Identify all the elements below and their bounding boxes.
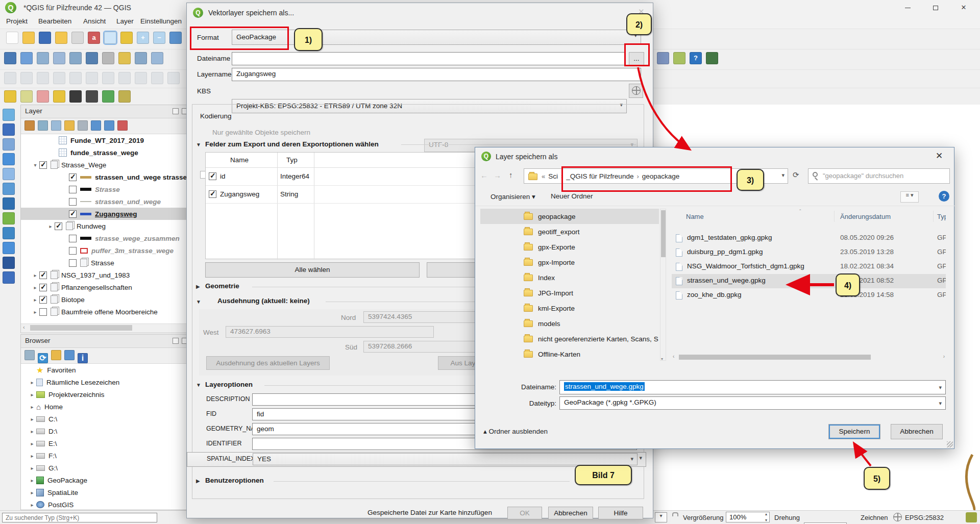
save-project-as-icon[interactable]	[55, 32, 67, 44]
folder-list-item[interactable]: models	[480, 316, 659, 331]
dialog-close-icon[interactable]: ✕	[936, 151, 943, 161]
geometry-section-arrow-icon[interactable]: ▶	[196, 284, 200, 289]
layer-tree-item[interactable]: ▸ Baumfreie offene Moorbereiche	[21, 306, 191, 318]
zoom-in-icon[interactable]: +	[137, 32, 149, 44]
add-vector-layer-icon[interactable]	[20, 52, 33, 64]
visibility-checkbox[interactable]	[69, 186, 77, 193]
organize-menu[interactable]: Organisieren ▾	[491, 192, 535, 201]
crs-status[interactable]: EPSG:25832	[905, 514, 944, 521]
field-export-checkbox[interactable]	[209, 190, 216, 198]
manage-map-themes-icon[interactable]	[51, 120, 61, 131]
add-raster-layer-icon[interactable]	[37, 52, 49, 64]
add-mesh-layer-icon[interactable]	[53, 52, 65, 64]
checker-style-icon[interactable]	[3, 123, 15, 136]
browser-tree-item[interactable]: ▸ G:\	[21, 462, 191, 474]
collapse-all-icon[interactable]	[104, 120, 114, 131]
filter-legend-icon[interactable]	[64, 120, 75, 131]
browser-tree-item[interactable]: ▸ Home	[21, 401, 191, 413]
visibility-checkbox[interactable]	[39, 284, 47, 291]
polygon-tool-icon[interactable]	[3, 183, 15, 195]
coordinate-dropdown-icon[interactable]: ▾	[655, 512, 667, 522]
dropdown-icon[interactable]: ▾	[939, 400, 942, 407]
layer-tree-item[interactable]: funde_strasse_wege	[21, 146, 191, 159]
maximize-button[interactable]	[924, 1, 947, 15]
fields-col-typ[interactable]: Typ	[286, 156, 298, 164]
browser-tree-item[interactable]: Favoriten	[21, 364, 191, 376]
folder-list-item[interactable]: kml-Exporte	[480, 301, 659, 316]
plugin-status-icon[interactable]	[966, 512, 977, 522]
select-pin-icon[interactable]	[53, 90, 65, 103]
field-export-checkbox[interactable]	[209, 172, 216, 180]
quickmap-services-icon[interactable]	[118, 90, 131, 103]
select-by-rectangle-icon[interactable]	[4, 90, 16, 103]
expander-icon[interactable]: ▸	[28, 380, 36, 385]
refresh-map-icon[interactable]	[151, 72, 163, 84]
new-project-icon[interactable]	[6, 32, 18, 44]
expander-icon[interactable]: ▸	[31, 272, 39, 278]
column-header-typ[interactable]: Typ	[937, 213, 946, 220]
filename-combo[interactable]: strassen_und_wege.gpkg ▾	[559, 380, 946, 394]
browser-tree-item[interactable]: ▸ GeoPackage	[21, 474, 191, 486]
layer-tree-item[interactable]: ▸ Rundweg	[21, 220, 191, 232]
folder-list-item[interactable]: Index	[480, 270, 659, 285]
nav-forward-icon[interactable]: →	[494, 171, 501, 180]
layer-tree-item[interactable]: strasse_wege_zusammen	[21, 232, 191, 244]
column-header-name[interactable]: Name	[686, 213, 704, 220]
pan-map-icon[interactable]	[104, 32, 116, 44]
refresh-icon[interactable]: ⟳	[793, 170, 799, 180]
locator-search-input[interactable]	[2, 513, 157, 522]
nav-back-icon[interactable]: ←	[480, 171, 488, 180]
postgis-elephant-icon[interactable]	[3, 197, 15, 210]
layer-tree-item[interactable]: ▸ NSG_1937_und_1983	[21, 269, 191, 281]
magnifier-spinbox[interactable]: 100%	[726, 512, 770, 522]
fields-col-name[interactable]: Name	[230, 156, 249, 164]
browser-tree-item[interactable]: ▸ SpatiaLite	[21, 486, 191, 498]
feather-style-icon[interactable]	[3, 168, 15, 180]
float-panel-icon[interactable]	[173, 108, 179, 114]
help-icon[interactable]: ?	[939, 191, 949, 202]
menu-item[interactable]: Projekt	[6, 17, 28, 25]
layer-options-title[interactable]: Layeroptionen	[205, 381, 253, 388]
option-input[interactable]: YES	[253, 453, 638, 465]
zoom-full-icon[interactable]	[169, 32, 182, 44]
layer-tree-item[interactable]: strassen_und_wege strasse	[21, 171, 191, 183]
ok-button[interactable]: OK	[507, 507, 542, 519]
field-calc-icon[interactable]	[69, 72, 82, 84]
layer-tree-item[interactable]: Zugangsweg	[21, 208, 191, 220]
visibility-checkbox[interactable]	[39, 271, 47, 279]
nav-up-icon[interactable]: ↑	[509, 170, 513, 179]
expander-icon[interactable]: ▸	[31, 285, 39, 290]
close-button[interactable]: ✕	[952, 1, 975, 15]
add-delimited-text-icon[interactable]	[69, 52, 82, 64]
open-project-icon[interactable]	[22, 32, 35, 44]
annotations-icon[interactable]	[102, 72, 114, 84]
expand-all-icon[interactable]	[91, 120, 101, 131]
crs-select-button[interactable]	[629, 84, 643, 98]
style-manager-icon[interactable]: a	[88, 32, 100, 44]
pan-to-selection-icon[interactable]	[120, 32, 133, 44]
layer-tree-item[interactable]: puffer_3m_strasse_wege	[21, 244, 191, 257]
column-header-date[interactable]: Änderungsdatum	[840, 213, 891, 220]
add-selected-layers-icon[interactable]	[24, 350, 35, 360]
expander-icon[interactable]: ▸	[46, 223, 55, 229]
help-contents-icon[interactable]: ?	[690, 52, 702, 64]
address-dropdown-icon[interactable]: ▾	[781, 172, 785, 179]
visibility-checkbox[interactable]	[39, 161, 47, 169]
expander-icon[interactable]: ▸	[28, 441, 36, 446]
layer-tree-item[interactable]: Funde_WT_2017_2019	[21, 134, 191, 146]
layer-tree-item[interactable]: ▸ Biotope	[21, 293, 191, 306]
layer-tree-item[interactable]: Strasse	[21, 257, 191, 269]
layer-tree-item[interactable]: Strasse	[21, 183, 191, 195]
expander-icon[interactable]: ▸	[28, 502, 36, 508]
expander-icon[interactable]: ▸	[31, 309, 39, 315]
virtual-table-icon[interactable]	[3, 271, 15, 284]
filter-browser-icon[interactable]	[51, 350, 61, 360]
labels-icon[interactable]	[86, 72, 98, 84]
layer-tree-item[interactable]: ▾ Strasse_Wege	[21, 159, 191, 171]
map-snapshot-icon[interactable]	[69, 90, 82, 103]
menu-item[interactable]: Layer	[116, 17, 134, 25]
python-console-icon[interactable]	[706, 52, 718, 64]
folder-list-item[interactable]: JPG-Import	[480, 285, 659, 301]
browser-tree-item[interactable]: ▸ PostGIS	[21, 498, 191, 509]
vector-nodes-icon[interactable]	[3, 257, 15, 269]
